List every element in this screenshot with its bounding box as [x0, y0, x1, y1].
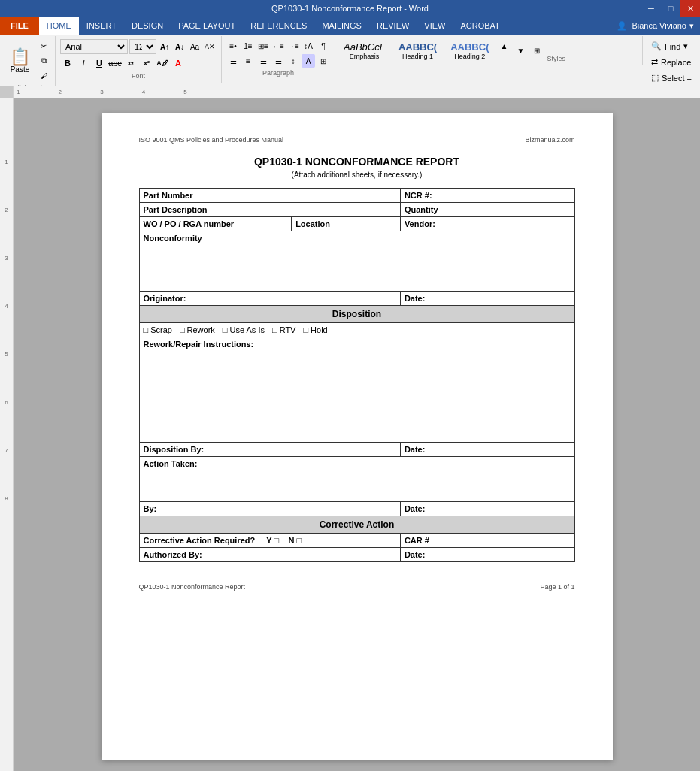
style-heading2-button[interactable]: AABBC( Heading 2 [445, 39, 494, 62]
sort-button[interactable]: ↕A [302, 39, 315, 53]
shrink-font-button[interactable]: A↓ [173, 40, 186, 53]
format-painter-button[interactable]: 🖌 [37, 69, 50, 83]
styles-expand[interactable]: ⊞ [530, 44, 544, 58]
ruler-v-5: 5 [5, 351, 8, 358]
page-header: ISO 9001 QMS Policies and Procedures Man… [139, 136, 575, 144]
subscript-button[interactable]: x₂ [123, 56, 138, 71]
table-row: Disposition [139, 306, 574, 323]
menu-design[interactable]: DESIGN [124, 17, 171, 35]
useas-checkbox[interactable]: □ [223, 325, 228, 334]
menu-page-layout[interactable]: PAGE LAYOUT [171, 17, 243, 35]
car-label: CAR # [400, 534, 574, 548]
strikethrough-button[interactable]: abc [108, 56, 123, 71]
menu-mailings[interactable]: MAILINGS [314, 17, 369, 35]
numbering-button[interactable]: 1≡ [241, 39, 255, 53]
menu-home[interactable]: HOME [39, 17, 79, 35]
app-title: QP1030-1 Nonconformance Report - Word [271, 4, 429, 13]
doc-subtitle: (Attach additional sheets, if necessary.… [139, 171, 575, 179]
styles-scroll-up[interactable]: ▲ [497, 39, 511, 53]
align-right-button[interactable]: ☰ [256, 54, 270, 68]
rtv-checkbox[interactable]: □ [272, 325, 277, 334]
shading-button[interactable]: A [302, 54, 315, 68]
checkbox-row: □ Scrap □ Rework □ Use As Is [144, 325, 571, 334]
multilevel-button[interactable]: ⊞≡ [256, 39, 270, 53]
grow-font-button[interactable]: A↑ [158, 40, 171, 53]
borders-button[interactable]: ⊞ [317, 54, 330, 68]
justify-button[interactable]: ☰ [271, 54, 285, 68]
table-row: Authorized By: Date: [139, 548, 574, 562]
rework-checkbox[interactable]: □ [180, 325, 185, 334]
superscript-button[interactable]: x² [139, 56, 154, 71]
ruler-v-8: 8 [5, 495, 8, 502]
table-row: Originator: Date: [139, 292, 574, 306]
header-left: ISO 9001 QMS Policies and Procedures Man… [139, 136, 284, 144]
hold-label: Hold [311, 325, 328, 334]
font-format-row: B I U abc x₂ x² A🖊 A [60, 56, 217, 71]
yes-label: Y □ [266, 536, 279, 545]
menu-acrobat[interactable]: ACROBAT [453, 17, 507, 35]
hold-option: □ Hold [303, 325, 327, 334]
font-name-select[interactable]: Arial [60, 39, 128, 54]
page: ISO 9001 QMS Policies and Procedures Man… [102, 113, 613, 760]
date2-label: Date: [400, 443, 574, 457]
paste-button[interactable]: 📋 Paste [5, 47, 35, 76]
style-emphasis-button[interactable]: AaBbCcL Emphasis [338, 39, 390, 62]
clear-formatting-button[interactable]: A✕ [203, 40, 217, 53]
hold-checkbox[interactable]: □ [303, 325, 308, 334]
paste-label: Paste [11, 65, 30, 74]
bullets-button[interactable]: ≡• [226, 39, 240, 53]
table-row: Nonconformity [139, 231, 574, 292]
no-label: N □ [288, 536, 302, 545]
minimize-button[interactable]: ─ [641, 0, 661, 17]
copy-button[interactable]: ⧉ [37, 54, 50, 68]
decrease-indent-button[interactable]: ←≡ [271, 39, 285, 53]
cut-button[interactable]: ✂ [37, 39, 50, 53]
show-hide-button[interactable]: ¶ [317, 39, 330, 53]
close-button[interactable]: ✕ [680, 0, 700, 17]
paste-icon: 📋 [10, 49, 30, 65]
menu-file[interactable]: FILE [0, 17, 39, 35]
ruler-marks: 1 · · · · · · · · · · · 2 · · · · · · · … [17, 89, 197, 95]
style-heading1-button[interactable]: AABBC( Heading 1 [393, 39, 442, 62]
italic-button[interactable]: I [76, 56, 91, 71]
scrap-option: □ Scrap [144, 325, 172, 334]
ruler: 1 · · · · · · · · · · · 2 · · · · · · · … [14, 86, 700, 98]
ncr-label: NCR #: [400, 189, 574, 203]
bold-button[interactable]: B [60, 56, 75, 71]
part-number-label: Part Number [139, 189, 400, 203]
style-heading1-preview: AABBC( [398, 41, 437, 53]
underline-button[interactable]: U [92, 56, 107, 71]
increase-indent-button[interactable]: →≡ [286, 39, 300, 53]
doc-title: QP1030-1 NONCONFORMANCE REPORT [139, 156, 575, 168]
menu-insert[interactable]: INSERT [79, 17, 124, 35]
username: Bianca Viviano [632, 21, 686, 30]
rework-instructions-label: Rework/Repair Instructions: [139, 337, 574, 443]
rework-option: □ Rework [180, 325, 215, 334]
select-label: Select = [662, 74, 692, 83]
font-size-select[interactable]: 12 [129, 39, 156, 54]
line-spacing-button[interactable]: ↕ [286, 54, 300, 68]
date1-label: Date: [400, 292, 574, 306]
menu-references[interactable]: REFERENCES [243, 17, 314, 35]
align-left-button[interactable]: ☰ [226, 54, 240, 68]
font-color-button[interactable]: A [171, 56, 186, 71]
text-highlight-button[interactable]: A🖊 [155, 56, 170, 71]
menu-view[interactable]: VIEW [417, 17, 453, 35]
header-right: Bizmanualz.com [525, 136, 574, 144]
replace-button[interactable]: ⇄ Replace [646, 55, 697, 69]
align-center-button[interactable]: ≡ [241, 54, 255, 68]
ribbon-row: 📋 Paste ✂ ⧉ 🖌 Clipboard Arial 12 [0, 36, 700, 86]
styles-scroll-down[interactable]: ▼ [514, 44, 527, 58]
ruler-v-1: 1 [5, 159, 8, 165]
select-button[interactable]: ⬚ Select = [646, 71, 697, 85]
scrap-checkbox[interactable]: □ [144, 325, 149, 334]
maximize-button[interactable]: □ [661, 0, 680, 17]
find-button[interactable]: 🔍 Find ▾ [646, 39, 697, 53]
table-row: □ Scrap □ Rework □ Use As Is [139, 323, 574, 337]
change-case-button[interactable]: Aa [188, 40, 202, 53]
user-info: 👤 Bianca Viviano ▾ [617, 21, 700, 31]
rtv-label: RTV [280, 325, 296, 334]
menu-review[interactable]: REVIEW [369, 17, 417, 35]
rtv-option: □ RTV [272, 325, 295, 334]
table-row: Action Taken: [139, 457, 574, 502]
